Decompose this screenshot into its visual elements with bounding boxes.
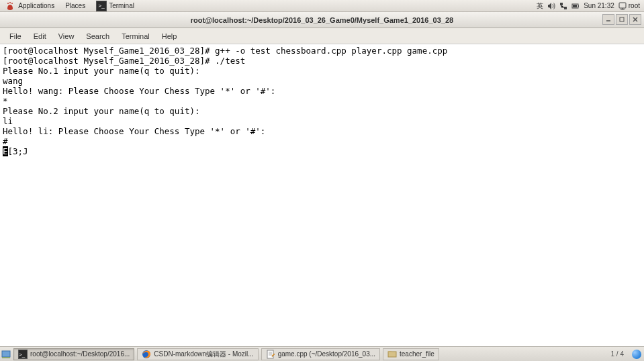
svg-rect-21: [388, 351, 392, 352]
menu-file[interactable]: File: [4, 30, 27, 42]
terminal-esc-tail: [3;J: [8, 146, 28, 156]
terminal-line: li: [3, 116, 13, 126]
svg-rect-16: [267, 350, 273, 358]
firefox-icon: [142, 350, 151, 359]
terminal-esc-inverse: E: [3, 146, 8, 156]
menu-terminal[interactable]: Terminal: [116, 30, 155, 42]
terminal-line: Please No.1 input your name(q to quit):: [3, 66, 200, 76]
gedit-icon: [266, 350, 275, 359]
menu-view[interactable]: View: [53, 30, 80, 42]
svg-rect-10: [620, 17, 624, 21]
maximize-button[interactable]: [616, 14, 628, 25]
menu-edit[interactable]: Edit: [28, 30, 52, 42]
taskbar-label: game.cpp (~/Desktop/2016_03...: [278, 350, 375, 358]
terminal-icon: >_: [96, 1, 107, 11]
window-title: root@localhost:~/Desktop/2016_03_26_Game…: [0, 16, 644, 24]
notification-icon[interactable]: [632, 350, 641, 359]
svg-point-2: [11, 3, 13, 4]
svg-rect-6: [578, 5, 579, 7]
bottom-taskbar: >_ root@localhost:~/Desktop/2016... CSDN…: [0, 346, 644, 361]
places-label: Places: [65, 2, 85, 9]
window-titlebar[interactable]: root@localhost:~/Desktop/2016_03_26_Game…: [0, 12, 644, 28]
svg-rect-7: [573, 5, 577, 7]
foot-icon: [5, 1, 15, 11]
taskbar-item-nautilus[interactable]: teacher_file: [383, 348, 439, 360]
user-icon: [618, 2, 627, 10]
svg-rect-8: [619, 3, 626, 8]
svg-rect-14: [2, 357, 10, 358]
system-tray: 英 Sun 21:32 root: [537, 1, 644, 11]
svg-rect-3: [560, 3, 563, 5]
ime-indicator[interactable]: 英: [537, 1, 543, 11]
terminal-icon: >_: [18, 350, 28, 359]
terminal-line: Hello! wang: Please Choose Your Chess Ty…: [3, 86, 275, 96]
applications-label: Applications: [18, 1, 54, 9]
terminal-line: *: [3, 96, 8, 106]
terminal-line: [root@localhost Myself_Game1_2016_03_28]…: [3, 56, 245, 66]
applications-menu[interactable]: Applications: [0, 1, 60, 11]
taskbar-item-terminal[interactable]: >_ root@localhost:~/Desktop/2016...: [13, 348, 134, 360]
svg-rect-20: [388, 352, 396, 357]
top-panel: Applications Places >_ Terminal 英 Sun 21…: [0, 0, 644, 12]
terminal-task-label: Terminal: [109, 2, 134, 9]
terminal-line: [root@localhost Myself_Game1_2016_03_28]…: [3, 46, 447, 56]
clock[interactable]: Sun 21:32: [584, 2, 614, 9]
taskbar-label: teacher_file: [400, 350, 434, 358]
folder-icon: [387, 350, 397, 359]
terminal-line: Hello! li: Please Choose Your Chess Type…: [3, 126, 265, 136]
minimize-button[interactable]: [602, 14, 614, 25]
svg-point-1: [9, 2, 11, 3]
taskbar-item-gedit[interactable]: game.cpp (~/Desktop/2016_03...: [261, 348, 380, 360]
user-label: root: [629, 2, 640, 9]
user-menu[interactable]: root: [618, 2, 640, 10]
taskbar-label: CSDN-markdown编辑器 - Mozil...: [154, 350, 253, 359]
workspace-indicator[interactable]: 1 / 4: [606, 350, 629, 358]
network-icon[interactable]: [559, 2, 567, 10]
volume-icon[interactable]: [547, 2, 555, 10]
app-menubar: File Edit View Search Terminal Help: [0, 28, 644, 44]
terminal-line: Please No.2 input your name(q to quit):: [3, 106, 200, 116]
taskbar-item-firefox[interactable]: CSDN-markdown编辑器 - Mozil...: [137, 348, 258, 360]
svg-point-0: [7, 3, 9, 4]
terminal-line: wang: [3, 76, 23, 86]
menu-search[interactable]: Search: [81, 30, 115, 42]
close-button[interactable]: [629, 14, 641, 25]
svg-rect-13: [2, 351, 10, 357]
battery-icon[interactable]: [571, 2, 580, 10]
terminal-line: #: [3, 136, 8, 146]
show-desktop-button[interactable]: [0, 350, 12, 359]
terminal-output[interactable]: [root@localhost Myself_Game1_2016_03_28]…: [0, 44, 644, 346]
places-menu[interactable]: Places: [60, 2, 91, 9]
terminal-taskbar-top[interactable]: >_ Terminal: [91, 1, 140, 11]
menu-help[interactable]: Help: [156, 30, 183, 42]
taskbar-label: root@localhost:~/Desktop/2016...: [30, 350, 130, 358]
